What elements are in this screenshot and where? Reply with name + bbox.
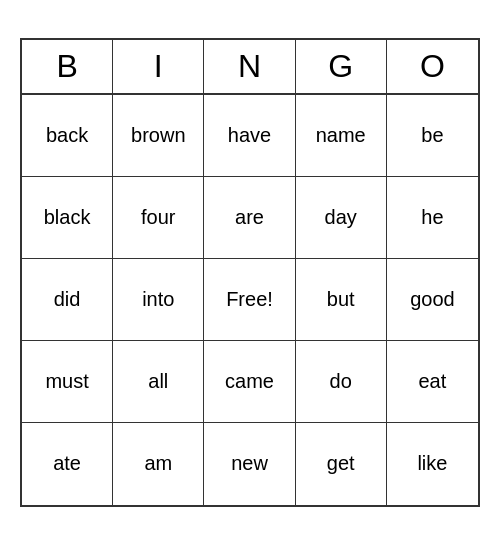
bingo-cell-23[interactable]: get (296, 423, 387, 505)
bingo-cell-11[interactable]: into (113, 259, 204, 341)
bingo-cell-18[interactable]: do (296, 341, 387, 423)
bingo-cell-0[interactable]: back (22, 95, 113, 177)
bingo-cell-13[interactable]: but (296, 259, 387, 341)
bingo-cell-4[interactable]: be (387, 95, 478, 177)
bingo-cell-12[interactable]: Free! (204, 259, 295, 341)
bingo-cell-2[interactable]: have (204, 95, 295, 177)
bingo-cell-16[interactable]: all (113, 341, 204, 423)
bingo-cell-10[interactable]: did (22, 259, 113, 341)
header-letter-i: I (113, 40, 204, 93)
bingo-cell-1[interactable]: brown (113, 95, 204, 177)
bingo-cell-14[interactable]: good (387, 259, 478, 341)
header-letter-n: N (204, 40, 295, 93)
bingo-cell-22[interactable]: new (204, 423, 295, 505)
bingo-cell-20[interactable]: ate (22, 423, 113, 505)
header-letter-g: G (296, 40, 387, 93)
bingo-cell-19[interactable]: eat (387, 341, 478, 423)
bingo-cell-5[interactable]: black (22, 177, 113, 259)
bingo-cell-7[interactable]: are (204, 177, 295, 259)
bingo-cell-17[interactable]: came (204, 341, 295, 423)
bingo-cell-8[interactable]: day (296, 177, 387, 259)
bingo-grid: backbrownhavenamebeblackfouraredayhedidi… (22, 95, 478, 505)
bingo-cell-6[interactable]: four (113, 177, 204, 259)
bingo-cell-3[interactable]: name (296, 95, 387, 177)
bingo-header: BINGO (22, 40, 478, 95)
bingo-card: BINGO backbrownhavenamebeblackfourareday… (20, 38, 480, 507)
header-letter-o: O (387, 40, 478, 93)
bingo-cell-9[interactable]: he (387, 177, 478, 259)
bingo-cell-21[interactable]: am (113, 423, 204, 505)
bingo-cell-24[interactable]: like (387, 423, 478, 505)
bingo-cell-15[interactable]: must (22, 341, 113, 423)
header-letter-b: B (22, 40, 113, 93)
